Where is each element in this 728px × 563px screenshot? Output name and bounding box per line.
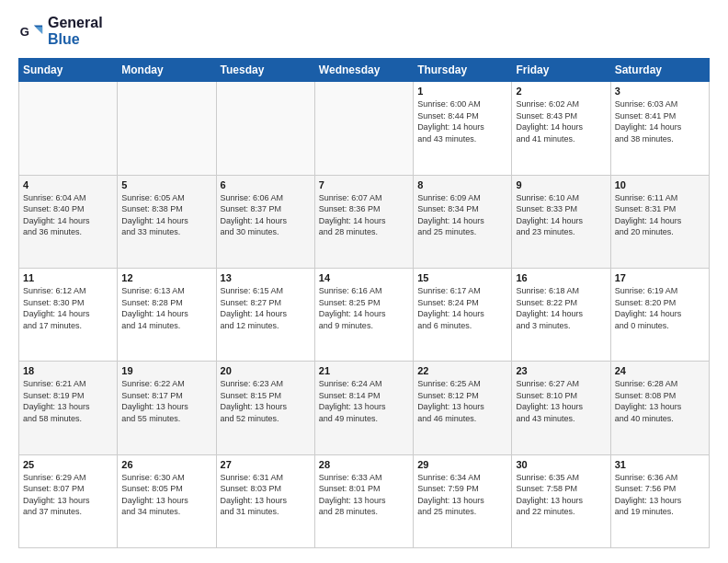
calendar-header-row: SundayMondayTuesdayWednesdayThursdayFrid… <box>19 59 710 82</box>
day-info: Sunrise: 6:07 AMSunset: 8:36 PMDaylight:… <box>319 192 409 238</box>
logo-text: General Blue <box>48 15 103 47</box>
svg-marker-2 <box>36 27 42 33</box>
day-info: Sunrise: 6:34 AMSunset: 7:59 PMDaylight:… <box>417 472 507 518</box>
logo: G General Blue <box>18 15 103 47</box>
calendar-cell <box>216 82 314 175</box>
day-info: Sunrise: 6:10 AMSunset: 8:33 PMDaylight:… <box>516 192 606 238</box>
calendar-cell: 23Sunrise: 6:27 AMSunset: 8:10 PMDayligh… <box>512 362 610 454</box>
day-info: Sunrise: 6:29 AMSunset: 8:07 PMDaylight:… <box>23 472 113 518</box>
day-info: Sunrise: 6:35 AMSunset: 7:58 PMDaylight:… <box>516 472 606 518</box>
calendar-cell: 10Sunrise: 6:11 AMSunset: 8:31 PMDayligh… <box>610 175 709 268</box>
calendar-cell: 19Sunrise: 6:22 AMSunset: 8:17 PMDayligh… <box>118 362 216 454</box>
calendar-cell: 1Sunrise: 6:00 AMSunset: 8:44 PMDaylight… <box>414 82 512 175</box>
day-info: Sunrise: 6:36 AMSunset: 7:56 PMDaylight:… <box>615 472 705 518</box>
day-info: Sunrise: 6:03 AMSunset: 8:41 PMDaylight:… <box>615 98 705 144</box>
day-header-monday: Monday <box>118 59 216 82</box>
day-number: 9 <box>516 179 606 190</box>
day-number: 29 <box>417 459 507 470</box>
calendar-cell: 31Sunrise: 6:36 AMSunset: 7:56 PMDayligh… <box>610 454 709 547</box>
calendar-cell: 20Sunrise: 6:23 AMSunset: 8:15 PMDayligh… <box>216 362 314 454</box>
calendar-cell: 16Sunrise: 6:18 AMSunset: 8:22 PMDayligh… <box>512 268 610 361</box>
calendar-cell: 18Sunrise: 6:21 AMSunset: 8:19 PMDayligh… <box>19 362 118 454</box>
day-info: Sunrise: 6:27 AMSunset: 8:10 PMDaylight:… <box>516 378 606 424</box>
day-number: 11 <box>23 272 113 283</box>
day-number: 12 <box>121 272 211 283</box>
day-info: Sunrise: 6:04 AMSunset: 8:40 PMDaylight:… <box>23 192 113 238</box>
calendar-table: SundayMondayTuesdayWednesdayThursdayFrid… <box>18 58 710 548</box>
day-number: 13 <box>221 272 311 283</box>
day-number: 14 <box>319 272 409 283</box>
day-info: Sunrise: 6:09 AMSunset: 8:34 PMDaylight:… <box>417 192 507 238</box>
calendar-cell <box>314 82 413 175</box>
day-info: Sunrise: 6:22 AMSunset: 8:17 PMDaylight:… <box>121 378 211 424</box>
calendar-week-4: 18Sunrise: 6:21 AMSunset: 8:19 PMDayligh… <box>19 362 710 454</box>
calendar-cell: 11Sunrise: 6:12 AMSunset: 8:30 PMDayligh… <box>19 268 118 361</box>
calendar-cell: 24Sunrise: 6:28 AMSunset: 8:08 PMDayligh… <box>610 362 709 454</box>
day-info: Sunrise: 6:19 AMSunset: 8:20 PMDaylight:… <box>615 285 705 331</box>
day-number: 24 <box>615 365 705 376</box>
day-number: 25 <box>23 459 113 470</box>
day-info: Sunrise: 6:18 AMSunset: 8:22 PMDaylight:… <box>516 285 606 331</box>
calendar-cell: 13Sunrise: 6:15 AMSunset: 8:27 PMDayligh… <box>216 268 314 361</box>
day-info: Sunrise: 6:13 AMSunset: 8:28 PMDaylight:… <box>121 285 211 331</box>
day-number: 4 <box>23 179 113 190</box>
day-header-thursday: Thursday <box>414 59 512 82</box>
day-number: 19 <box>121 365 211 376</box>
day-info: Sunrise: 6:17 AMSunset: 8:24 PMDaylight:… <box>417 285 507 331</box>
day-number: 15 <box>417 272 507 283</box>
calendar-cell <box>118 82 216 175</box>
calendar-cell: 3Sunrise: 6:03 AMSunset: 8:41 PMDaylight… <box>610 82 709 175</box>
day-number: 17 <box>615 272 705 283</box>
day-number: 6 <box>221 179 311 190</box>
day-header-friday: Friday <box>512 59 610 82</box>
day-info: Sunrise: 6:02 AMSunset: 8:43 PMDaylight:… <box>516 98 606 144</box>
day-info: Sunrise: 6:25 AMSunset: 8:12 PMDaylight:… <box>417 378 507 424</box>
page: G General Blue SundayMondayTuesdayWednes… <box>0 0 728 563</box>
day-number: 27 <box>221 459 311 470</box>
calendar-cell: 7Sunrise: 6:07 AMSunset: 8:36 PMDaylight… <box>314 175 413 268</box>
calendar-cell <box>19 82 118 175</box>
day-info: Sunrise: 6:33 AMSunset: 8:01 PMDaylight:… <box>319 472 409 518</box>
calendar-cell: 2Sunrise: 6:02 AMSunset: 8:43 PMDaylight… <box>512 82 610 175</box>
calendar-cell: 12Sunrise: 6:13 AMSunset: 8:28 PMDayligh… <box>118 268 216 361</box>
day-number: 18 <box>23 365 113 376</box>
calendar-cell: 6Sunrise: 6:06 AMSunset: 8:37 PMDaylight… <box>216 175 314 268</box>
day-info: Sunrise: 6:06 AMSunset: 8:37 PMDaylight:… <box>221 192 311 238</box>
calendar-cell: 4Sunrise: 6:04 AMSunset: 8:40 PMDaylight… <box>19 175 118 268</box>
calendar-cell: 26Sunrise: 6:30 AMSunset: 8:05 PMDayligh… <box>118 454 216 547</box>
day-number: 22 <box>417 365 507 376</box>
day-info: Sunrise: 6:24 AMSunset: 8:14 PMDaylight:… <box>319 378 409 424</box>
calendar-cell: 29Sunrise: 6:34 AMSunset: 7:59 PMDayligh… <box>414 454 512 547</box>
day-header-saturday: Saturday <box>610 59 709 82</box>
calendar-cell: 17Sunrise: 6:19 AMSunset: 8:20 PMDayligh… <box>610 268 709 361</box>
day-number: 20 <box>221 365 311 376</box>
day-info: Sunrise: 6:12 AMSunset: 8:30 PMDaylight:… <box>23 285 113 331</box>
day-number: 3 <box>615 86 705 97</box>
calendar-week-3: 11Sunrise: 6:12 AMSunset: 8:30 PMDayligh… <box>19 268 710 361</box>
day-number: 30 <box>516 459 606 470</box>
day-number: 28 <box>319 459 409 470</box>
day-info: Sunrise: 6:31 AMSunset: 8:03 PMDaylight:… <box>221 472 311 518</box>
day-number: 5 <box>121 179 211 190</box>
day-number: 10 <box>615 179 705 190</box>
calendar-cell: 21Sunrise: 6:24 AMSunset: 8:14 PMDayligh… <box>314 362 413 454</box>
logo-icon: G <box>18 18 44 44</box>
day-number: 1 <box>417 86 507 97</box>
calendar-cell: 28Sunrise: 6:33 AMSunset: 8:01 PMDayligh… <box>314 454 413 547</box>
day-number: 23 <box>516 365 606 376</box>
day-info: Sunrise: 6:23 AMSunset: 8:15 PMDaylight:… <box>221 378 311 424</box>
calendar-cell: 8Sunrise: 6:09 AMSunset: 8:34 PMDaylight… <box>414 175 512 268</box>
day-info: Sunrise: 6:11 AMSunset: 8:31 PMDaylight:… <box>615 192 705 238</box>
calendar-week-1: 1Sunrise: 6:00 AMSunset: 8:44 PMDaylight… <box>19 82 710 175</box>
day-info: Sunrise: 6:21 AMSunset: 8:19 PMDaylight:… <box>23 378 113 424</box>
calendar-cell: 27Sunrise: 6:31 AMSunset: 8:03 PMDayligh… <box>216 454 314 547</box>
day-info: Sunrise: 6:16 AMSunset: 8:25 PMDaylight:… <box>319 285 409 331</box>
day-number: 26 <box>121 459 211 470</box>
day-number: 21 <box>319 365 409 376</box>
svg-text:G: G <box>20 24 29 38</box>
calendar-week-2: 4Sunrise: 6:04 AMSunset: 8:40 PMDaylight… <box>19 175 710 268</box>
calendar-cell: 9Sunrise: 6:10 AMSunset: 8:33 PMDaylight… <box>512 175 610 268</box>
day-number: 31 <box>615 459 705 470</box>
calendar-week-5: 25Sunrise: 6:29 AMSunset: 8:07 PMDayligh… <box>19 454 710 547</box>
day-number: 16 <box>516 272 606 283</box>
